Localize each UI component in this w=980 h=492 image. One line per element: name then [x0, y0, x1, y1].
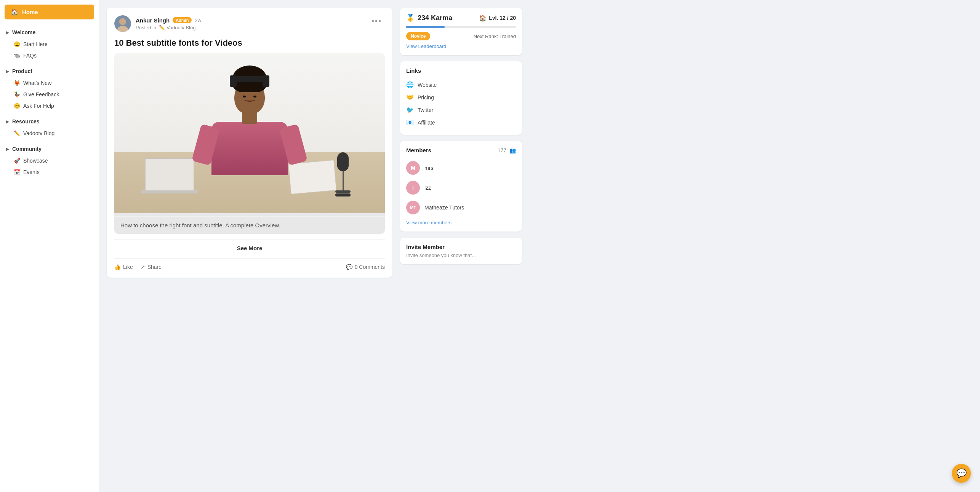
level-icon: 🏠 — [479, 14, 487, 22]
karma-icon: 🥇 — [406, 14, 415, 22]
member-avatar-mrs: M — [406, 161, 420, 175]
view-leaderboard-link[interactable]: View Leaderboard — [406, 43, 516, 49]
link-item-pricing[interactable]: 🤝 Pricing — [406, 91, 516, 104]
svg-point-3 — [119, 18, 126, 25]
sidebar-item-label-start-here: Start Here — [23, 41, 48, 47]
link-item-affiliate[interactable]: 📧 Affiliate — [406, 116, 516, 129]
chevron-icon: ▶ — [6, 69, 9, 73]
post-card: Ankur Singh Admin 2w Posted in: ✏️ Vadoo… — [107, 8, 392, 278]
author-name-row: Ankur Singh Admin 2w — [136, 17, 201, 24]
links-title: Links — [406, 67, 516, 74]
home-label: Home — [22, 9, 38, 15]
action-left: 👍 Like ↗ Share — [114, 264, 162, 270]
share-button[interactable]: ↗ Share — [141, 264, 162, 270]
sidebar-item-events[interactable]: 📅 Events — [0, 166, 99, 178]
whats-new-icon: 🦊 — [14, 80, 20, 86]
sidebar-item-faqs[interactable]: 🐃 FAQs — [0, 50, 99, 61]
sidebar-item-label-vadootv-blog: Vadootv Blog — [23, 130, 54, 136]
sidebar-item-showcase[interactable]: 🚀 Showcase — [0, 155, 99, 166]
chat-fab-icon: 💬 — [956, 468, 967, 478]
karma-progress-fill — [406, 26, 445, 28]
give-feedback-icon: 🦆 — [14, 91, 20, 97]
sidebar-section-header-product[interactable]: ▶ Product — [0, 65, 99, 77]
member-name-lzz: lzz — [424, 185, 431, 191]
link-item-twitter[interactable]: 🐦 Twitter — [406, 104, 516, 116]
view-more-members-link[interactable]: View more members — [406, 220, 516, 225]
post-actions: 👍 Like ↗ Share 💬 0 Comments — [114, 258, 385, 270]
sidebar-item-label-faqs: FAQs — [23, 53, 37, 59]
vadootv-blog-icon: ✏️ — [14, 130, 20, 136]
sidebar-item-whats-new[interactable]: 🦊 What's New — [0, 77, 99, 89]
chevron-icon: ▶ — [6, 120, 9, 124]
sidebar-item-vadootv-blog[interactable]: ✏️ Vadootv Blog — [0, 128, 99, 139]
post-image: How to choose the right font and subtitl… — [114, 53, 385, 234]
sidebar-item-ask-for-help[interactable]: 😊 Ask For Help — [0, 100, 99, 112]
member-item-lzz[interactable]: I lzz — [406, 178, 516, 198]
link-item-website[interactable]: 🌐 Website — [406, 78, 516, 91]
avatar — [114, 15, 131, 32]
post-title: 10 Best subtitle fonts for Videos — [114, 38, 385, 48]
post-time: 2w — [195, 18, 201, 23]
like-icon: 👍 — [114, 264, 121, 270]
comments-button[interactable]: 💬 0 Comments — [346, 264, 385, 270]
see-more-button[interactable]: See More — [114, 239, 385, 257]
member-avatar-matheaze: MT — [406, 201, 420, 214]
rank-badge: Novice — [406, 32, 430, 40]
members-widget: Members 177 👥 M mrs I lzz MT Matheaze Tu… — [400, 141, 522, 232]
sidebar-section-label-community: Community — [12, 146, 42, 152]
links-widget: Links 🌐 Website 🤝 Pricing 🐦 Twitter 📧 Af… — [400, 61, 522, 135]
chevron-icon: ▶ — [6, 147, 9, 151]
member-name-matheaze: Matheaze Tutors — [424, 204, 464, 211]
right-sidebar: 🥇 234 Karma 🏠 Lvl. 12 / 20 Novice Next R… — [400, 8, 522, 484]
sidebar-section-community: ▶ Community 🚀 Showcase 📅 Events — [0, 143, 99, 178]
like-label: Like — [123, 264, 133, 270]
members-header: Members 177 👥 — [406, 147, 516, 153]
home-icon: 🏠 — [11, 8, 18, 16]
sidebar-section-header-welcome[interactable]: ▶ Welcome — [0, 26, 99, 38]
home-button[interactable]: 🏠 Home — [5, 5, 94, 19]
post-caption: How to choose the right font and subtitl… — [114, 216, 385, 234]
invite-subtitle: Invite someone you know that... — [406, 252, 516, 258]
members-count: 177 👥 — [498, 147, 516, 153]
website-icon: 🌐 — [406, 81, 414, 88]
member-name-mrs: mrs — [424, 165, 433, 171]
next-rank-label: Next Rank: Trained — [474, 34, 516, 39]
more-options-button[interactable]: ••• — [368, 15, 385, 27]
pricing-icon: 🤝 — [406, 94, 414, 101]
member-item-mrs[interactable]: M mrs — [406, 158, 516, 178]
link-label-pricing: Pricing — [418, 94, 434, 101]
sidebar-item-give-feedback[interactable]: 🦆 Give Feedback — [0, 89, 99, 100]
link-label-twitter: Twitter — [418, 107, 433, 113]
chat-fab-button[interactable]: 💬 — [952, 464, 971, 483]
events-icon: 📅 — [14, 169, 20, 175]
comments-count: 0 Comments — [355, 264, 385, 270]
sidebar-section-header-community[interactable]: ▶ Community — [0, 143, 99, 155]
invite-member-widget: Invite Member Invite someone you know th… — [400, 238, 522, 264]
sidebar-section-product: ▶ Product 🦊 What's New 🦆 Give Feedback 😊… — [0, 65, 99, 112]
like-button[interactable]: 👍 Like — [114, 264, 133, 270]
members-title: Members — [406, 147, 431, 153]
level-info: 🏠 Lvl. 12 / 20 — [479, 14, 516, 22]
member-avatar-lzz: I — [406, 181, 420, 195]
member-item-matheaze[interactable]: MT Matheaze Tutors — [406, 198, 516, 217]
showcase-icon: 🚀 — [14, 158, 20, 164]
author-name: Ankur Singh — [136, 17, 170, 24]
sidebar-item-label-whats-new: What's New — [23, 80, 51, 86]
sidebar-section-header-resources[interactable]: ▶ Resources — [0, 115, 99, 128]
sidebar-item-label-give-feedback: Give Feedback — [23, 91, 59, 97]
sidebar-section-welcome: ▶ Welcome 😀 Start Here 🐃 FAQs — [0, 26, 99, 61]
karma-header: 🥇 234 Karma 🏠 Lvl. 12 / 20 — [406, 14, 516, 22]
karma-value: 234 Karma — [418, 14, 452, 22]
karma-widget: 🥇 234 Karma 🏠 Lvl. 12 / 20 Novice Next R… — [400, 8, 522, 55]
chevron-icon: ▶ — [6, 30, 9, 35]
members-count-value: 177 — [498, 147, 506, 153]
karma-left: 🥇 234 Karma — [406, 14, 452, 22]
karma-progress-bar — [406, 26, 516, 28]
sidebar-item-label-events: Events — [23, 169, 40, 175]
sidebar-item-start-here[interactable]: 😀 Start Here — [0, 38, 99, 50]
ask-for-help-icon: 😊 — [14, 103, 20, 109]
comments-icon: 💬 — [346, 264, 352, 270]
faqs-icon: 🐃 — [14, 53, 20, 59]
link-label-website: Website — [418, 82, 437, 88]
share-label: Share — [147, 264, 162, 270]
